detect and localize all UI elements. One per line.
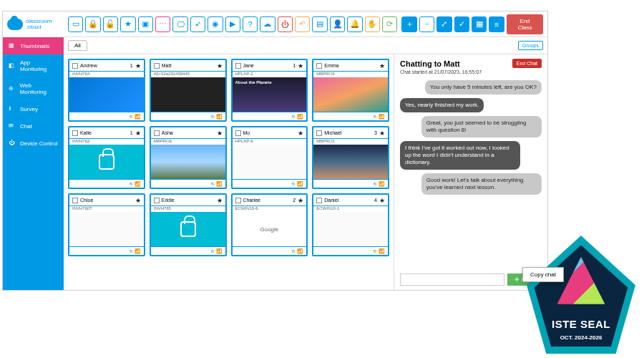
seal-title: ISTE SEAL [527, 318, 635, 330]
screen-thumb[interactable] [151, 212, 225, 246]
checkbox[interactable] [316, 130, 322, 136]
checkbox[interactable] [72, 130, 78, 136]
student-card[interactable]: Chloe★INVH760T⎋📶 [68, 193, 145, 256]
student-card[interactable]: Eddie★INVH765⎋📶 [150, 193, 227, 256]
tb-zoomin-icon[interactable]: ＋ [401, 16, 416, 32]
checkbox[interactable] [154, 130, 160, 136]
tb-check-icon[interactable]: ✓ [454, 16, 469, 32]
checkbox[interactable] [154, 198, 160, 203]
checkbox[interactable] [316, 198, 322, 203]
screen-thumb[interactable] [151, 145, 225, 179]
tb-zoomout-icon[interactable]: － [419, 16, 434, 32]
student-card[interactable]: Michael3★MBPRO2⎋📶 [312, 126, 389, 189]
tb-more-icon[interactable]: ⋯ [155, 16, 170, 32]
student-card[interactable]: Andrew1★INVH764⎋📶 [68, 59, 145, 122]
screen-thumb[interactable] [69, 212, 144, 246]
sidebar-item-web-monitoring[interactable]: ⊕Web Monitoring [3, 77, 64, 100]
tb-undo-icon[interactable]: ↶ [295, 16, 310, 32]
tb-folder-icon[interactable]: ▣ [138, 16, 153, 32]
sidebar-item-chat[interactable]: ✉Chat [3, 117, 64, 135]
student-card[interactable]: Daniel4★ECWIN10-1⎋📶 [312, 193, 389, 256]
checkbox[interactable] [72, 198, 78, 203]
screen-thumb[interactable] [233, 145, 307, 179]
tb-cloud-icon[interactable]: ☁ [260, 16, 275, 32]
star-icon[interactable]: ★ [379, 130, 385, 137]
student-card[interactable]: Asha★MBPRO6⎋📶 [150, 126, 227, 189]
checkbox[interactable] [316, 63, 322, 69]
student-card[interactable]: Matt★AD-52a231458445⎋📶 [150, 59, 227, 122]
checkbox[interactable] [235, 63, 241, 69]
student-card[interactable]: Charlee2★ECWIN10-6Google⎋📶 [231, 193, 308, 256]
checkbox[interactable] [72, 63, 78, 69]
link-icon: ⎋ [211, 114, 214, 119]
tb-star-icon[interactable]: ★ [120, 16, 135, 32]
tb-gridview-icon[interactable]: ▦ [472, 16, 487, 32]
tb-expand-icon[interactable]: ⤢ [436, 16, 452, 32]
screen-thumb[interactable] [69, 77, 144, 112]
tb-bell-icon[interactable]: 🔔 [347, 16, 362, 32]
checkbox[interactable] [235, 130, 241, 136]
star-icon[interactable]: ★ [135, 130, 141, 137]
student-num: 1 [293, 63, 296, 68]
student-num: 2 [293, 198, 296, 203]
student-card[interactable]: Jane1★HPLAP-2About the Planets⎋📶 [231, 59, 308, 122]
screen-thumb[interactable] [313, 145, 388, 179]
device-id: HPLAP-2 [233, 72, 307, 77]
end-chat-button[interactable]: End Chat [512, 59, 542, 68]
context-menu-copy-chat[interactable]: Copy chat [522, 267, 564, 282]
star-icon[interactable]: ★ [298, 62, 303, 69]
screen-thumb[interactable] [151, 77, 225, 112]
sidebar-item-app-monitoring[interactable]: ◧App Monitoring [3, 54, 64, 77]
grid-icon: ▦ [9, 42, 16, 49]
student-card[interactable]: Emma★MBPRO9⎋📶 [312, 59, 389, 122]
tb-refresh-icon[interactable]: ⟳ [382, 16, 397, 32]
tb-power-icon[interactable]: ⏻ [278, 16, 293, 32]
star-icon[interactable]: ★ [217, 130, 223, 137]
checkbox[interactable] [235, 198, 241, 203]
student-card[interactable]: Katie1★INVH762⎋📶 [68, 126, 145, 189]
tb-badge-icon[interactable]: ▭ [68, 16, 83, 32]
tb-lock-icon[interactable]: 🔒 [85, 16, 100, 32]
tb-play-icon[interactable]: ▶ [225, 16, 240, 32]
screen-thumb[interactable] [69, 145, 144, 179]
star-icon[interactable]: ★ [135, 197, 141, 204]
sidebar-item-survey[interactable]: ⫿Survey [3, 100, 64, 117]
star-icon[interactable]: ★ [217, 197, 223, 204]
star-icon[interactable]: ★ [135, 62, 141, 69]
tb-listview-icon[interactable]: ≡ [489, 16, 504, 32]
link-icon: ⎋ [374, 248, 376, 253]
device-id: INVH762 [69, 139, 144, 145]
chat-message: You only have 5 minutes left, are you OK… [425, 80, 542, 95]
power-icon: ⏻ [9, 140, 16, 147]
star-icon[interactable]: ★ [298, 197, 303, 204]
tb-screen-icon[interactable]: 🖵 [172, 16, 187, 32]
tb-hand-icon[interactable]: ✋ [365, 16, 380, 32]
sidebar-item-device-control[interactable]: ⏻Device Control [3, 135, 64, 152]
tb-user-icon[interactable]: 👤 [330, 16, 345, 32]
star-icon[interactable]: ★ [379, 197, 385, 204]
checkbox[interactable] [154, 63, 160, 69]
app-window: classroom.cloud ▦Thumbnails ◧App Monitor… [2, 11, 548, 291]
tb-unlock-icon[interactable]: 🔓 [103, 16, 118, 32]
sidebar-item-thumbnails[interactable]: ▦Thumbnails [3, 37, 64, 54]
screen-thumb[interactable] [313, 77, 388, 112]
screen-thumb[interactable]: Google [233, 212, 307, 246]
tb-eye-icon[interactable]: ◉ [208, 16, 223, 32]
device-id: INVH765 [151, 206, 225, 212]
screen-thumb[interactable] [313, 212, 388, 246]
end-class-button[interactable]: End Class [507, 14, 543, 34]
groups-button[interactable]: Groups [518, 41, 543, 50]
student-name: Eddie [162, 198, 213, 203]
student-num: 1 [130, 130, 133, 135]
student-card[interactable]: Mo★HPLAP-6⎋📶 [231, 126, 308, 189]
tb-rocket-icon[interactable]: ➶ [190, 16, 205, 32]
chat-input[interactable] [400, 274, 504, 286]
screen-thumb[interactable]: About the Planets [233, 77, 307, 112]
tab-all[interactable]: All [68, 40, 87, 51]
tb-help-icon[interactable]: ? [243, 16, 258, 32]
star-icon[interactable]: ★ [379, 62, 385, 69]
star-icon[interactable]: ★ [298, 130, 303, 137]
tb-book-icon[interactable]: ▤ [312, 16, 327, 32]
star-icon[interactable]: ★ [217, 62, 223, 69]
link-icon: ⎋ [130, 114, 132, 119]
